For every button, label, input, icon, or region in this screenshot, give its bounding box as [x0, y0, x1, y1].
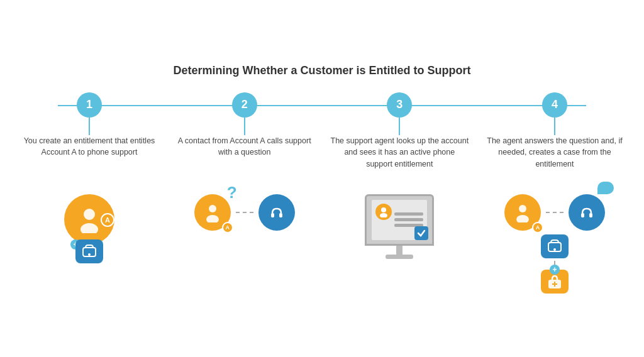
phone-box-4 — [541, 234, 569, 258]
badge-a-1: A — [101, 213, 114, 227]
svg-point-5 — [206, 215, 219, 222]
step-3-col: 3 The support agent looks up the account… — [330, 92, 469, 188]
svg-point-11 — [519, 205, 526, 212]
step-3-text: The support agent looks up the account a… — [330, 135, 469, 179]
svg-point-10 — [380, 213, 387, 217]
svg-point-3 — [88, 253, 91, 256]
step-1-illustration: A + — [58, 194, 121, 263]
svg-rect-15 — [589, 213, 592, 217]
headset-circle — [258, 194, 295, 231]
headset-icon-4 — [576, 202, 597, 223]
step-3-icon-col — [330, 194, 469, 259]
step-1-connector — [89, 118, 90, 135]
svg-point-6 — [267, 202, 287, 222]
monitor-screen — [365, 194, 434, 246]
monitor-line-1 — [394, 212, 423, 216]
step-4-col: 4 The agent answers the question and, if… — [486, 92, 624, 188]
step-2-icon-col: ? A — [175, 194, 314, 231]
monitor-base — [386, 255, 413, 259]
step-3-connector — [399, 118, 400, 135]
badge-a-4: A — [532, 222, 543, 233]
icons-row: A + ? — [20, 194, 624, 294]
step-1-icon-col: A + — [20, 194, 158, 263]
monitor-stand — [396, 246, 402, 255]
step-4-icon-col: A — [486, 194, 624, 294]
phone-box-1 — [75, 239, 103, 263]
person-circle-1: A — [64, 194, 114, 244]
monitor-person-icon — [375, 204, 392, 220]
timeline-row: 1 You create an entitlement that entitle… — [20, 92, 624, 188]
step-4-bottom: + — [541, 234, 569, 294]
svg-point-13 — [577, 202, 597, 222]
page-title: Determining Whether a Customer is Entitl… — [20, 64, 624, 77]
step-2-illustration: ? A — [194, 194, 295, 231]
step-2-connector — [244, 118, 245, 135]
step-3-number: 3 — [387, 92, 412, 118]
person-svg-1 — [75, 206, 103, 233]
headset-icon — [266, 202, 287, 223]
monitor-person-svg — [378, 206, 389, 217]
svg-rect-8 — [279, 213, 282, 217]
svg-point-1 — [80, 223, 98, 233]
svg-point-17 — [553, 248, 556, 251]
bag-icon — [547, 273, 563, 290]
phone-icon-1 — [80, 243, 98, 260]
step-1-number: 1 — [77, 92, 102, 118]
plus-badge-4: + — [550, 265, 560, 275]
step-2-number: 2 — [232, 92, 257, 118]
monitor-screen-inner — [372, 200, 427, 240]
dotted-line-2 — [236, 212, 253, 213]
step-3-illustration — [365, 194, 434, 259]
svg-rect-14 — [581, 213, 584, 217]
checkmark-svg — [417, 229, 426, 238]
phone-icon-4 — [546, 238, 564, 255]
step-4-number: 4 — [542, 92, 567, 118]
step-2-text: A contact from Account A calls support w… — [175, 135, 314, 179]
dotted-line-4 — [546, 212, 564, 213]
person-circle-2: ? A — [194, 194, 231, 231]
person-svg-4 — [513, 202, 533, 222]
headset-circle-4 — [569, 194, 605, 231]
step-1-col: 1 You create an entitlement that entitle… — [20, 92, 158, 188]
svg-point-12 — [516, 215, 529, 222]
person-svg-2 — [203, 202, 223, 222]
step-4-top: A — [504, 194, 605, 231]
svg-point-0 — [84, 209, 95, 220]
step-2-col: 2 A contact from Account A calls support… — [175, 92, 314, 188]
step-4-connector — [554, 118, 555, 135]
monitor-check-icon — [414, 226, 428, 240]
svg-point-9 — [381, 207, 386, 212]
step-4-illustration: A — [504, 194, 605, 294]
step-4-text: The agent answers the question and, if n… — [486, 135, 624, 179]
step-1-text: You create an entitlement that entitles … — [20, 135, 158, 179]
monitor-line-2 — [394, 218, 423, 221]
person-circle-4: A — [504, 194, 541, 231]
main-container: Determining Whether a Customer is Entitl… — [14, 52, 630, 306]
bag-box-4: + — [541, 270, 569, 294]
svg-rect-7 — [271, 213, 274, 217]
badge-a-2: A — [222, 222, 233, 233]
svg-point-4 — [209, 205, 216, 212]
